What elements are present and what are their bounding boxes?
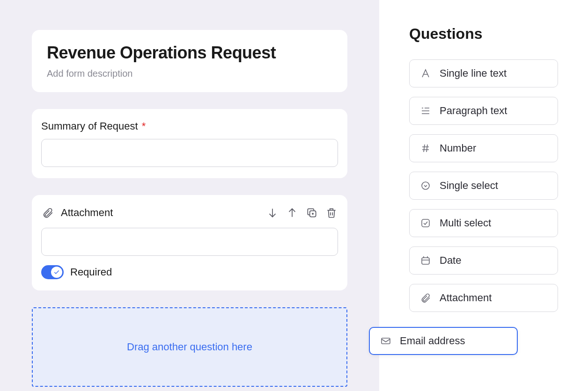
sidebar-title: Questions [409, 25, 558, 43]
required-toggle-label: Required [70, 266, 112, 278]
question-type-label: Email address [400, 335, 465, 347]
required-toggle[interactable] [41, 265, 64, 279]
field-attachment-label[interactable]: Attachment [61, 207, 259, 219]
field-summary-label-text: Summary of Request [41, 120, 138, 132]
question-type-label: Multi select [440, 217, 491, 229]
duplicate-button[interactable] [305, 206, 318, 219]
required-asterisk: * [142, 120, 146, 132]
form-builder-canvas: Revenue Operations Request Add form desc… [0, 0, 379, 391]
question-type-list: Single line text Paragraph text Number S… [409, 59, 558, 312]
question-type-label: Single line text [440, 67, 507, 80]
field-attachment-card[interactable]: Attachment Required [32, 195, 347, 290]
field-summary-card[interactable]: Summary of Request * [32, 109, 347, 178]
calendar-icon [420, 255, 431, 266]
move-up-button[interactable] [286, 206, 299, 219]
hash-icon [420, 143, 431, 154]
question-dropzone[interactable]: Drag another question here [32, 307, 347, 387]
checkbox-icon [420, 217, 431, 229]
mail-icon [380, 335, 391, 347]
question-type-label: Single select [440, 180, 498, 192]
question-type-attachment[interactable]: Attachment [409, 284, 558, 312]
form-description-placeholder[interactable]: Add form description [47, 68, 332, 79]
paperclip-icon [420, 292, 431, 304]
form-header-card[interactable]: Revenue Operations Request Add form desc… [32, 30, 347, 92]
question-type-label: Paragraph text [440, 105, 507, 117]
field-summary-label: Summary of Request * [41, 120, 338, 132]
dropzone-text: Drag another question here [127, 341, 252, 353]
paragraph-icon [420, 105, 431, 116]
move-down-button[interactable] [266, 206, 279, 219]
field-attachment-input[interactable] [41, 228, 338, 256]
delete-button[interactable] [325, 206, 338, 219]
paperclip-icon [41, 206, 54, 219]
questions-sidebar: Questions Single line text Paragraph tex… [379, 0, 588, 391]
question-type-label: Number [440, 142, 476, 154]
caret-circle-icon [420, 180, 431, 191]
question-type-label: Attachment [440, 292, 492, 304]
question-type-number[interactable]: Number [409, 134, 558, 162]
form-title[interactable]: Revenue Operations Request [47, 43, 332, 63]
field-summary-input[interactable] [41, 139, 338, 167]
text-a-icon [420, 68, 431, 79]
question-type-single-select[interactable]: Single select [409, 172, 558, 200]
check-icon [53, 269, 60, 275]
toggle-knob [51, 267, 62, 278]
question-type-paragraph-text[interactable]: Paragraph text [409, 97, 558, 125]
question-type-email-address[interactable]: Email address [369, 327, 518, 355]
question-type-label: Date [440, 254, 461, 267]
question-type-date[interactable]: Date [409, 246, 558, 275]
question-type-multi-select[interactable]: Multi select [409, 209, 558, 237]
question-type-single-line-text[interactable]: Single line text [409, 59, 558, 87]
